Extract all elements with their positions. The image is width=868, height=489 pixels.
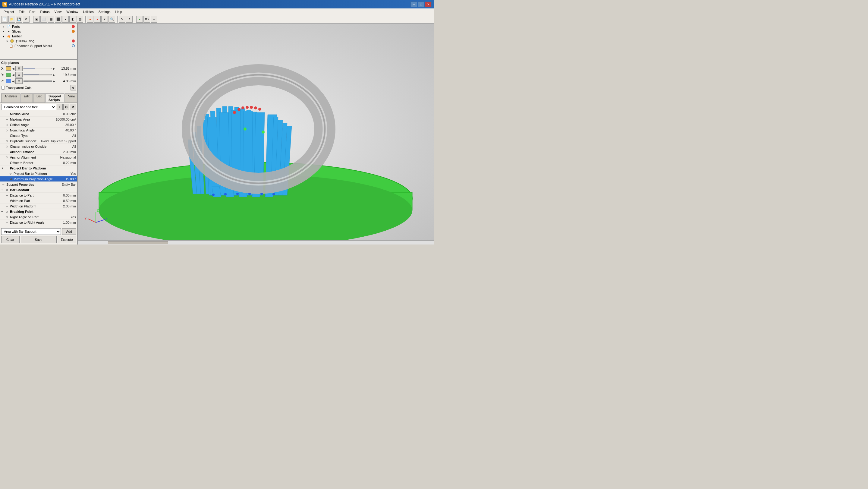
clip-y-left[interactable]: ◀	[12, 73, 14, 77]
clip-y-grid[interactable]: ⊞	[16, 72, 23, 78]
tab-edit[interactable]: Edit	[21, 93, 33, 102]
param-width-part[interactable]: ─ Width on Part 0.50 mm	[0, 198, 77, 204]
tb-box4[interactable]: ⬛	[55, 16, 61, 23]
param-minimal-area[interactable]: ─ Minimal Area 0.00 cm²	[0, 111, 77, 117]
reset-clip-button[interactable]: ↺	[70, 85, 76, 90]
param-maximal-area[interactable]: ─ Maximal Area 10000.00 cm²	[0, 117, 77, 122]
tree-slices[interactable]: ▸ ≡ Slices	[1, 29, 76, 34]
tb-box1[interactable]: ▣	[33, 16, 40, 23]
tb-box2[interactable]: ⬜	[40, 16, 47, 23]
param-anchor-distance[interactable]: ─ Anchor Distance 2.00 mm	[0, 149, 77, 155]
param-max-projection-angle[interactable]: ◀ Maximum Projection Angle 15.00 °	[0, 176, 77, 182]
tb-box5[interactable]: ▪	[62, 16, 69, 23]
clear-button[interactable]: Clear	[1, 236, 20, 243]
menu-part[interactable]: Part	[27, 9, 38, 14]
clip-planes: Clip planes X: ◀ ⊞ ▶ 13.88 mm Y: ◀ ⊞ ▶	[0, 60, 77, 92]
project-bar-expand[interactable]: ▼	[1, 167, 4, 170]
tb-save[interactable]: 💾	[16, 16, 22, 23]
menu-bar: Project Edit Part Extras View Window Uti…	[0, 8, 434, 15]
param-noncritical-angle[interactable]: ▷ Noncritical Angle 40.00 °	[0, 127, 77, 133]
execute-button[interactable]: Execute	[58, 236, 76, 243]
menu-view[interactable]: View	[52, 9, 64, 14]
clip-z-right[interactable]: ▶	[53, 80, 55, 83]
param-cluster-inside[interactable]: ⊙ Cluster Inside or Outside All	[0, 144, 77, 149]
menu-edit[interactable]: Edit	[16, 9, 27, 14]
tb-refresh[interactable]: ↺	[23, 16, 30, 23]
tb-select[interactable]: ↖	[119, 16, 125, 23]
tab-analysis[interactable]: Analysis	[1, 93, 20, 102]
breaking-point-expand[interactable]: +	[1, 210, 4, 213]
clip-z-grid[interactable]: ⊞	[16, 79, 23, 84]
param-distance-part[interactable]: ─ Distance to Part 0.00 mm	[0, 193, 77, 198]
close-button[interactable]: ✕	[425, 1, 432, 7]
tb-circle-orange[interactable]: ●	[87, 16, 93, 23]
tb-search[interactable]: 🔍	[108, 16, 115, 23]
param-offset-border[interactable]: ─ Offset to Border 0.22 mm	[0, 160, 77, 165]
add-script-button[interactable]: +	[57, 104, 63, 110]
tb-line[interactable]: ━	[151, 16, 157, 23]
clip-x-left[interactable]: ◀	[12, 67, 14, 70]
tb-new[interactable]: 📄	[1, 16, 8, 23]
param-width-platform[interactable]: ─ Width on Platform 2.00 mm	[0, 204, 77, 209]
tree-support-modul[interactable]: 📋 Enhanced Support Modul	[1, 43, 76, 48]
area-support-select[interactable]: Area with Bar Support	[1, 228, 61, 235]
add-button[interactable]: Add	[62, 228, 76, 235]
slices-badge	[72, 30, 75, 33]
main-layout: ▸ 📄 Parts ▸ ≡ Slices ▾ 🔥 Ember ▾ (100%) …	[0, 24, 434, 245]
transparent-checkbox[interactable]	[1, 86, 5, 90]
clip-y-slider[interactable]	[24, 74, 52, 75]
menu-window[interactable]: Window	[64, 9, 81, 14]
tab-list[interactable]: List	[33, 93, 45, 102]
save-button[interactable]: Save	[21, 236, 57, 243]
settings-script-button[interactable]: ⚙	[63, 104, 69, 110]
svg-point-38	[246, 106, 249, 109]
menu-utilities[interactable]: Utilities	[81, 9, 96, 14]
tb-arrow-down[interactable]: ▾	[101, 16, 108, 23]
menu-extras[interactable]: Extras	[38, 9, 52, 14]
clip-x-right[interactable]: ▶	[53, 67, 55, 70]
reset-script-button[interactable]: ↺	[70, 104, 76, 110]
param-support-properties[interactable]: ─ Support Properties Entity Bar	[0, 182, 77, 187]
viewport[interactable]: X Y Z	[78, 24, 434, 245]
tb-geardown[interactable]: ⚙▾	[144, 16, 150, 23]
cluster-type-icon: ─	[5, 133, 9, 138]
restore-button[interactable]: □	[418, 1, 424, 7]
param-cluster-type[interactable]: ─ Cluster Type All	[0, 133, 77, 139]
clip-y-right[interactable]: ▶	[53, 73, 55, 77]
tb-open[interactable]: 📁	[8, 16, 15, 23]
tree-ember[interactable]: ▾ 🔥 Ember	[1, 34, 76, 39]
tab-view[interactable]: View	[65, 93, 78, 102]
param-right-angle-part[interactable]: ⊙ Right Angle on Part Yes	[0, 214, 77, 220]
tb-green[interactable]: ●	[136, 16, 143, 23]
tb-box6[interactable]: ◧	[69, 16, 76, 23]
clip-z-left[interactable]: ◀	[12, 80, 14, 83]
tb-box7[interactable]: ▨	[76, 16, 83, 23]
menu-help[interactable]: Help	[113, 9, 125, 14]
clip-x-grid[interactable]: ⊞	[16, 66, 23, 71]
clip-x-slider[interactable]	[24, 68, 52, 69]
tree-parts[interactable]: ▸ 📄 Parts	[1, 24, 76, 29]
clip-z-slider[interactable]	[24, 81, 52, 82]
param-critical-angle[interactable]: ◁ Critical Angle 35.00 °	[0, 122, 77, 127]
param-project-bar-group[interactable]: ▼ Project Bar to Platform	[0, 165, 77, 171]
param-project-bar-value[interactable]: ⊙ Project Bar to Platform Yes	[0, 171, 77, 176]
ember-icon: 🔥	[7, 34, 11, 38]
tb-cursor[interactable]: ↗	[126, 16, 133, 23]
param-distance-right[interactable]: ─ Distance to Right Angle 1.00 mm	[0, 220, 77, 225]
param-duplicate-support[interactable]: ⊙ Duplicate Support Avoid Duplicate Supp…	[0, 139, 77, 144]
h-scroll-thumb[interactable]	[108, 241, 168, 244]
bar-contour-expand[interactable]: +	[1, 188, 4, 191]
h-scrollbar[interactable]	[78, 240, 434, 245]
tree-ring[interactable]: ▾ (100%) Ring	[1, 39, 76, 43]
tab-support-scripts[interactable]: Support Scripts	[45, 93, 64, 102]
menu-project[interactable]: Project	[1, 9, 16, 14]
param-anchor-alignment[interactable]: ⊙ Anchor Alignment Hexagonal	[0, 155, 77, 160]
minimize-button[interactable]: ─	[410, 1, 417, 7]
tabs-area: Analysis Edit List Support Scripts View	[0, 92, 77, 103]
tb-circle-red[interactable]: ●	[94, 16, 101, 23]
param-bar-contour-group[interactable]: + ⊙ Bar Contour	[0, 187, 77, 193]
param-breaking-point-group[interactable]: + ⊙ Breaking Point	[0, 209, 77, 214]
menu-settings[interactable]: Settings	[96, 9, 113, 14]
tb-box3[interactable]: ▦	[48, 16, 54, 23]
script-select[interactable]: Combined bar and tree	[1, 104, 56, 110]
